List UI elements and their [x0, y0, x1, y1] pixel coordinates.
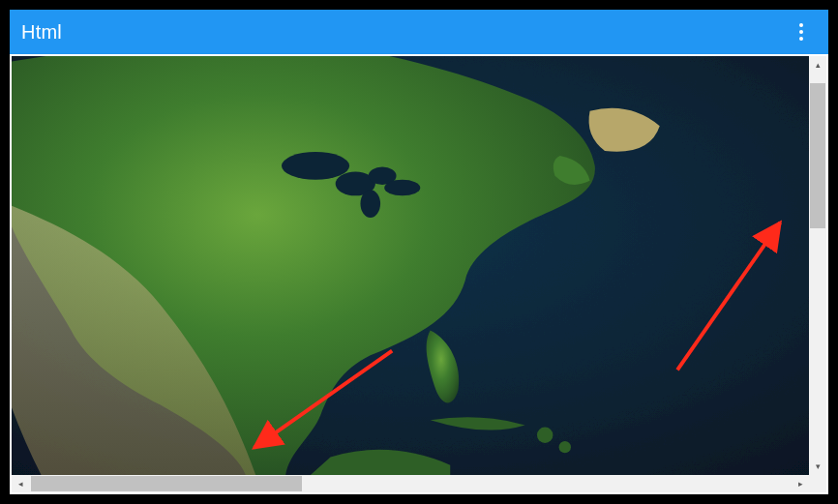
svg-point-7: [384, 180, 420, 195]
horizontal-scroll-track[interactable]: [29, 475, 792, 492]
map-image: [12, 56, 809, 475]
window-title: Html: [21, 21, 62, 44]
vertical-scroll-track[interactable]: [809, 74, 826, 458]
svg-point-3: [559, 441, 571, 453]
scroll-up-icon[interactable]: ▴: [809, 56, 826, 74]
horizontal-scroll-thumb[interactable]: [31, 476, 302, 491]
vertical-scrollbar[interactable]: ▴ ▾: [809, 56, 826, 475]
svg-point-2: [537, 428, 553, 443]
scrollbar-corner: [809, 475, 826, 492]
html-content-viewport[interactable]: [12, 56, 809, 475]
panel-window: Html: [10, 10, 828, 494]
vertical-scroll-thumb[interactable]: [810, 83, 825, 228]
scroll-left-icon[interactable]: ◂: [12, 475, 29, 492]
svg-point-8: [360, 190, 380, 218]
content-area: ▴ ▾ ◂ ▸: [10, 54, 828, 494]
horizontal-scrollbar[interactable]: ◂ ▸: [12, 475, 809, 492]
svg-point-4: [282, 152, 349, 180]
more-vert-icon[interactable]: [786, 16, 817, 47]
scroll-down-icon[interactable]: ▾: [809, 458, 826, 475]
scroll-right-icon[interactable]: ▸: [792, 475, 809, 492]
title-bar: Html: [10, 10, 828, 54]
